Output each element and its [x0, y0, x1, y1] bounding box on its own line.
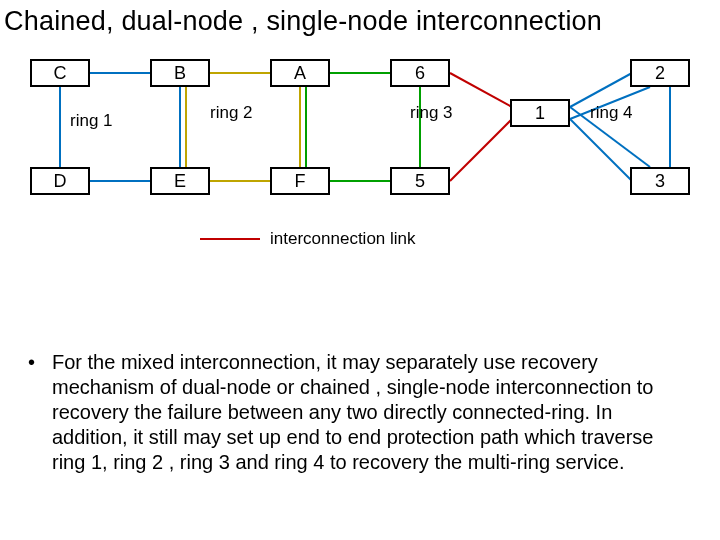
node-E: E [150, 167, 210, 195]
node-2: 2 [630, 59, 690, 87]
page-title: Chained, dual-node , single-node interco… [0, 0, 720, 37]
node-F: F [270, 167, 330, 195]
node-1: 1 [510, 99, 570, 127]
node-A: A [270, 59, 330, 87]
bullet-text: • For the mixed interconnection, it may … [28, 350, 692, 475]
node-6: 6 [390, 59, 450, 87]
bullet-dot: • [28, 350, 35, 375]
bullet-body: For the mixed interconnection, it may se… [52, 350, 692, 475]
svg-line-15 [570, 119, 632, 181]
node-5: 5 [390, 167, 450, 195]
node-3: 3 [630, 167, 690, 195]
node-D: D [30, 167, 90, 195]
svg-line-14 [570, 73, 632, 107]
node-B: B [150, 59, 210, 87]
ring-diagram: C B A 6 1 2 D E F 5 3 ring 1 ring 2 ring… [10, 59, 710, 259]
ring-2-label: ring 2 [210, 103, 253, 123]
ring-1-label: ring 1 [70, 111, 113, 131]
ring-4-label: ring 4 [590, 103, 633, 123]
ring-4-lines [10, 59, 710, 259]
ring-3-label: ring 3 [410, 103, 453, 123]
node-C: C [30, 59, 90, 87]
